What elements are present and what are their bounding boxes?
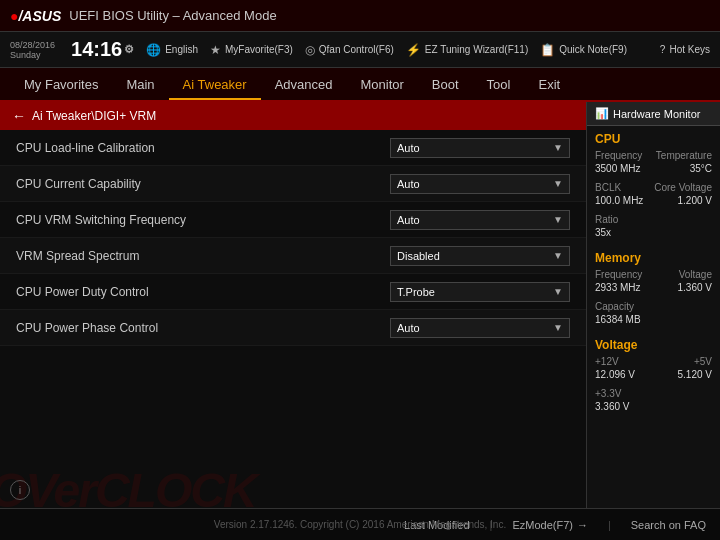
myfavorite-label: MyFavorite(F3): [225, 44, 293, 55]
v12-value: 12.096 V: [595, 369, 635, 380]
setting-label: CPU Power Phase Control: [16, 321, 390, 335]
quick-note-button[interactable]: 📋 Quick Note(F9): [540, 43, 627, 57]
cpu-temp-label: Temperature: [656, 150, 712, 161]
setting-label: CPU Current Capability: [16, 177, 390, 191]
nav-exit[interactable]: Exit: [524, 71, 574, 98]
v33-label-row: +3.3V: [587, 387, 720, 400]
cpu-vrm-freq-select[interactable]: Auto ▼: [390, 210, 570, 230]
cpu-power-duty-select[interactable]: T.Probe ▼: [390, 282, 570, 302]
ez-tuning-button[interactable]: ⚡ EZ Tuning Wizard(F11): [406, 43, 528, 57]
myfavorite-button[interactable]: ★ MyFavorite(F3): [210, 43, 293, 57]
setting-control[interactable]: Auto ▼: [390, 318, 570, 338]
cpu-freq-label: Frequency: [595, 150, 642, 161]
info-button[interactable]: i: [10, 480, 30, 500]
ez-mode-arrow-icon: →: [577, 519, 588, 531]
mem-voltage-label: Voltage: [679, 269, 712, 280]
language-button[interactable]: 🌐 English: [146, 43, 198, 57]
dropdown-arrow-icon: ▼: [553, 322, 563, 333]
bclk-value: 100.0 MHz: [595, 195, 643, 206]
ratio-label: Ratio: [595, 214, 618, 225]
v5-value: 5.120 V: [678, 369, 712, 380]
ez-mode-button[interactable]: EzMode(F7) →: [512, 519, 588, 531]
cpu-freq-row: Frequency Temperature: [587, 149, 720, 162]
cpu-power-phase-select[interactable]: Auto ▼: [390, 318, 570, 338]
footer: Last Modified | EzMode(F7) → | Search on…: [0, 508, 720, 540]
setting-control[interactable]: T.Probe ▼: [390, 282, 570, 302]
nav-boot[interactable]: Boot: [418, 71, 473, 98]
quick-note-label: Quick Note(F9): [559, 44, 627, 55]
hotkeys-icon: ?: [660, 44, 666, 55]
search-faq-button[interactable]: Search on FAQ: [631, 519, 706, 531]
setting-row: CPU Power Duty Control T.Probe ▼: [0, 274, 586, 310]
mem-freq-value: 2933 MHz: [595, 282, 641, 293]
settings-icon[interactable]: ⚙: [124, 43, 134, 56]
memory-section-title: Memory: [587, 245, 720, 268]
dropdown-arrow-icon: ▼: [553, 250, 563, 261]
back-button[interactable]: ←: [12, 108, 26, 124]
ez-mode-label: EzMode(F7): [512, 519, 573, 531]
qfan-button[interactable]: ◎ Qfan Control(F6): [305, 43, 394, 57]
mem-voltage-value: 1.360 V: [678, 282, 712, 293]
setting-control[interactable]: Disabled ▼: [390, 246, 570, 266]
qfan-label: Qfan Control(F6): [319, 44, 394, 55]
setting-label: CPU Load-line Calibration: [16, 141, 390, 155]
setting-label: VRM Spread Spectrum: [16, 249, 390, 263]
hot-keys-button[interactable]: ? Hot Keys: [660, 44, 710, 55]
dropdown-arrow-icon: ▼: [553, 178, 563, 189]
core-voltage-value: 1.200 V: [678, 195, 712, 206]
last-modified-button[interactable]: Last Modified: [404, 519, 469, 531]
cpu-section-title: CPU: [587, 126, 720, 149]
setting-control[interactable]: Auto ▼: [390, 138, 570, 158]
nav-ai-tweaker[interactable]: Ai Tweaker: [169, 71, 261, 100]
separator: |: [608, 519, 611, 531]
ratio-label-row: Ratio: [587, 213, 720, 226]
nav-advanced[interactable]: Advanced: [261, 71, 347, 98]
footer-right: Last Modified | EzMode(F7) → | Search on…: [404, 519, 706, 531]
v12-row-values: 12.096 V 5.120 V: [587, 368, 720, 381]
nav-my-favorites[interactable]: My Favorites: [10, 71, 112, 98]
mem-capacity-label-row: Capacity: [587, 300, 720, 313]
mem-freq-row: Frequency Voltage: [587, 268, 720, 281]
left-panel: ← Ai Tweaker\DIGI+ VRM CPU Load-line Cal…: [0, 102, 586, 508]
bclk-val-row: 100.0 MHz 1.200 V: [587, 194, 720, 207]
v12-row-labels: +12V +5V: [587, 355, 720, 368]
v33-value: 3.360 V: [587, 400, 720, 413]
nav-main[interactable]: Main: [112, 71, 168, 98]
dropdown-arrow-icon: ▼: [553, 142, 563, 153]
nav-monitor[interactable]: Monitor: [347, 71, 418, 98]
clock: 14:16 ⚙: [71, 38, 134, 61]
settings-list: CPU Load-line Calibration Auto ▼ CPU Cur…: [0, 130, 586, 508]
setting-row: CPU Current Capability Auto ▼: [0, 166, 586, 202]
asus-logo: ●/ASUS: [10, 8, 61, 24]
cpu-load-line-select[interactable]: Auto ▼: [390, 138, 570, 158]
mem-capacity-value: 16384 MB: [587, 313, 720, 326]
fan-icon: ◎: [305, 43, 315, 57]
mem-capacity-label: Capacity: [595, 301, 634, 312]
ez-tuning-label: EZ Tuning Wizard(F11): [425, 44, 528, 55]
cpu-freq-val-row: 3500 MHz 35°C: [587, 162, 720, 175]
favorite-icon: ★: [210, 43, 221, 57]
title-bar: ●/ASUS UEFI BIOS Utility – Advanced Mode: [0, 0, 720, 32]
language-icon: 🌐: [146, 43, 161, 57]
nav-bar: My Favorites Main Ai Tweaker Advanced Mo…: [0, 68, 720, 102]
top-bar: 08/28/2016 Sunday 14:16 ⚙ 🌐 English ★ My…: [0, 32, 720, 68]
setting-row: VRM Spread Spectrum Disabled ▼: [0, 238, 586, 274]
language-label: English: [165, 44, 198, 55]
vrm-spread-select[interactable]: Disabled ▼: [390, 246, 570, 266]
setting-control[interactable]: Auto ▼: [390, 174, 570, 194]
separator: |: [490, 519, 493, 531]
setting-row: CPU VRM Switching Frequency Auto ▼: [0, 202, 586, 238]
nav-tool[interactable]: Tool: [473, 71, 525, 98]
setting-label: CPU Power Duty Control: [16, 285, 390, 299]
v33-label: +3.3V: [595, 388, 621, 399]
breadcrumb-path: Ai Tweaker\DIGI+ VRM: [32, 109, 156, 123]
setting-control[interactable]: Auto ▼: [390, 210, 570, 230]
breadcrumb: ← Ai Tweaker\DIGI+ VRM: [0, 102, 586, 130]
note-icon: 📋: [540, 43, 555, 57]
window-title: UEFI BIOS Utility – Advanced Mode: [69, 8, 276, 23]
setting-row: CPU Load-line Calibration Auto ▼: [0, 130, 586, 166]
day: Sunday: [10, 50, 55, 60]
mem-freq-val-row: 2933 MHz 1.360 V: [587, 281, 720, 294]
cpu-current-select[interactable]: Auto ▼: [390, 174, 570, 194]
hw-monitor-header: 📊 Hardware Monitor: [587, 102, 720, 126]
